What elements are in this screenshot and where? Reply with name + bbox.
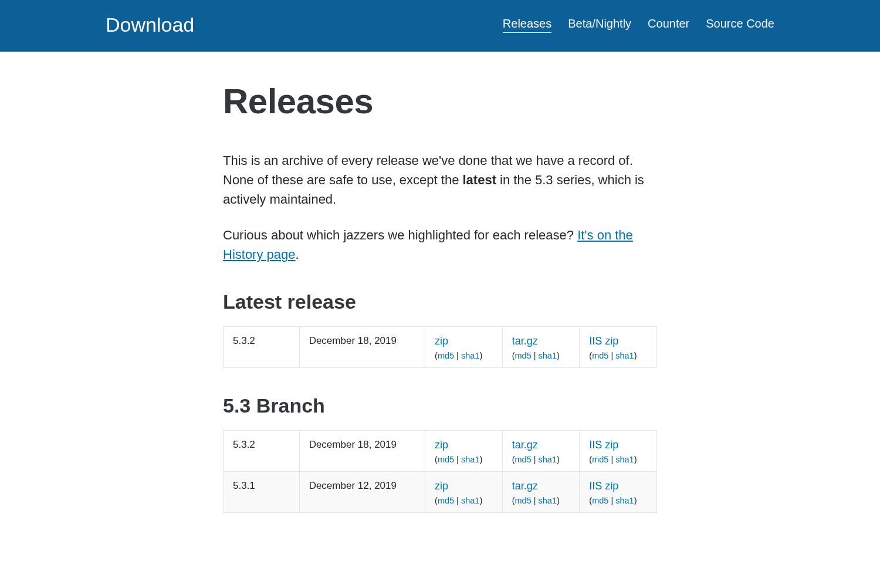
- download-iiszip-link[interactable]: IIS zip: [589, 335, 618, 347]
- table-row: 5.3.2 December 18, 2019 zip (md5 | sha1)…: [224, 327, 657, 368]
- download-zip-link[interactable]: zip: [435, 335, 448, 347]
- sha1-link[interactable]: sha1: [539, 351, 557, 360]
- md5-link[interactable]: md5: [438, 496, 454, 505]
- header-nav: Releases Beta/Nightly Counter Source Cod…: [503, 17, 774, 33]
- download-targz-link[interactable]: tar.gz: [512, 335, 538, 347]
- intro-line1: This is an archive of every release we'v…: [223, 153, 633, 168]
- intro-text: This is an archive of every release we'v…: [223, 151, 657, 264]
- sha1-link[interactable]: sha1: [615, 496, 634, 505]
- intro2-period: .: [296, 247, 299, 262]
- hash-line: (md5 | sha1): [512, 455, 570, 464]
- cell-date: December 18, 2019: [299, 431, 425, 472]
- md5-link[interactable]: md5: [592, 496, 608, 505]
- page-heading: Releases: [223, 81, 657, 121]
- cell-download-targz: tar.gz (md5 | sha1): [502, 327, 580, 368]
- main-content: Releases This is an archive of every rel…: [211, 52, 669, 536]
- branch-53-table: 5.3.2 December 18, 2019 zip (md5 | sha1)…: [223, 430, 657, 513]
- sha1-link[interactable]: sha1: [539, 455, 557, 464]
- intro-line2a: None of these are safe to use, except th…: [223, 173, 462, 187]
- sha1-link[interactable]: sha1: [461, 455, 479, 464]
- md5-link[interactable]: md5: [592, 455, 608, 464]
- md5-link[interactable]: md5: [438, 455, 454, 464]
- intro-bold: latest: [462, 173, 496, 187]
- cell-download-targz: tar.gz (md5 | sha1): [502, 472, 580, 513]
- hash-line: (md5 | sha1): [589, 455, 647, 464]
- table-row: 5.3.2 December 18, 2019 zip (md5 | sha1)…: [224, 431, 657, 472]
- download-zip-link[interactable]: zip: [435, 439, 448, 451]
- page-title: Download: [106, 13, 194, 36]
- hash-line: (md5 | sha1): [435, 455, 493, 464]
- md5-link[interactable]: md5: [515, 351, 532, 360]
- cell-version: 5.3.2: [224, 327, 300, 368]
- hash-line: (md5 | sha1): [589, 351, 647, 360]
- cell-date: December 12, 2019: [299, 472, 425, 513]
- table-row: 5.3.1 December 12, 2019 zip (md5 | sha1)…: [224, 472, 657, 513]
- md5-link[interactable]: md5: [515, 455, 532, 464]
- download-targz-link[interactable]: tar.gz: [512, 480, 538, 492]
- nav-releases[interactable]: Releases: [503, 17, 551, 33]
- nav-counter[interactable]: Counter: [648, 17, 689, 33]
- download-targz-link[interactable]: tar.gz: [512, 439, 538, 451]
- hash-line: (md5 | sha1): [589, 496, 647, 505]
- cell-download-iiszip: IIS zip (md5 | sha1): [580, 327, 657, 368]
- cell-version: 5.3.2: [224, 431, 300, 472]
- md5-link[interactable]: md5: [438, 351, 454, 360]
- section-heading-53branch: 5.3 Branch: [223, 394, 657, 417]
- sha1-link[interactable]: sha1: [615, 351, 634, 360]
- cell-download-iiszip: IIS zip (md5 | sha1): [580, 431, 657, 472]
- hash-line: (md5 | sha1): [512, 351, 570, 360]
- cell-version: 5.3.1: [224, 472, 300, 513]
- cell-download-zip: zip (md5 | sha1): [425, 327, 503, 368]
- section-heading-latest: Latest release: [223, 290, 657, 313]
- hash-line: (md5 | sha1): [512, 496, 570, 505]
- download-iiszip-link[interactable]: IIS zip: [589, 439, 618, 451]
- header-bar: Download Releases Beta/Nightly Counter S…: [0, 0, 880, 52]
- sha1-link[interactable]: sha1: [615, 455, 634, 464]
- download-zip-link[interactable]: zip: [435, 480, 448, 492]
- hash-line: (md5 | sha1): [435, 351, 493, 360]
- sha1-link[interactable]: sha1: [539, 496, 557, 505]
- intro2-pre: Curious about which jazzers we highlight…: [223, 228, 577, 242]
- cell-date: December 18, 2019: [299, 327, 425, 368]
- md5-link[interactable]: md5: [515, 496, 532, 505]
- hash-line: (md5 | sha1): [435, 496, 493, 505]
- md5-link[interactable]: md5: [592, 351, 608, 360]
- nav-source-code[interactable]: Source Code: [706, 17, 774, 33]
- cell-download-zip: zip (md5 | sha1): [425, 431, 503, 472]
- download-iiszip-link[interactable]: IIS zip: [589, 480, 618, 492]
- nav-beta-nightly[interactable]: Beta/Nightly: [568, 17, 631, 33]
- sha1-link[interactable]: sha1: [461, 351, 479, 360]
- latest-release-table: 5.3.2 December 18, 2019 zip (md5 | sha1)…: [223, 326, 657, 368]
- sha1-link[interactable]: sha1: [461, 496, 479, 505]
- cell-download-targz: tar.gz (md5 | sha1): [502, 431, 580, 472]
- cell-download-zip: zip (md5 | sha1): [425, 472, 503, 513]
- cell-download-iiszip: IIS zip (md5 | sha1): [580, 472, 657, 513]
